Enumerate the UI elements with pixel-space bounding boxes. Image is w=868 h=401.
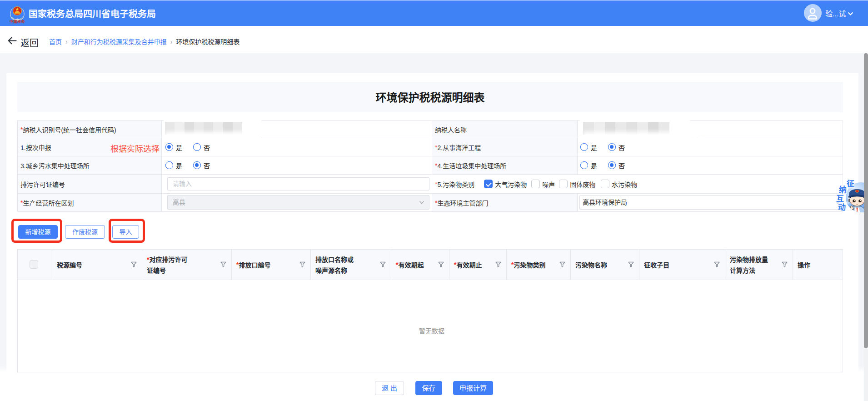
svg-text:中国税务: 中国税务 xyxy=(10,19,25,24)
